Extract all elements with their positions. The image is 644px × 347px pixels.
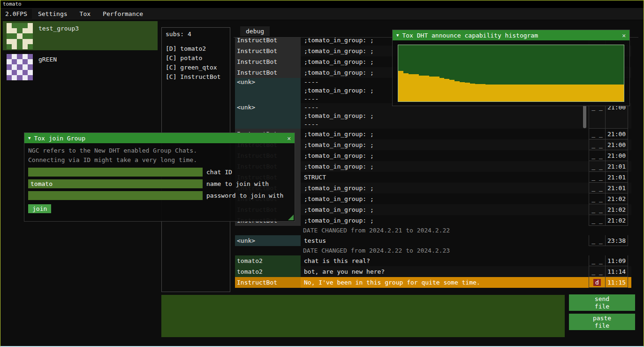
send-file-button[interactable]: send file (569, 294, 635, 311)
join-window-titlebar[interactable]: ▼ Tox join Group ✕ (24, 133, 295, 143)
histogram-bar (608, 85, 614, 101)
message-time: 21:02 (606, 204, 628, 215)
menu-tox[interactable]: Tox (74, 9, 97, 19)
message-flags: _ _ (589, 172, 606, 183)
message-flags: _ _ (589, 183, 606, 193)
field-label: password to join with (206, 192, 283, 199)
ngc-hint-line1: NGC refers to the New DHT enabled Group … (28, 146, 291, 155)
histogram-bar (522, 85, 527, 101)
message-flags: _ _ (589, 266, 606, 277)
group-item[interactable]: test_group3 (3, 21, 158, 50)
chat-row[interactable]: <unk>---- ;tomato_in_group: ; ----_ _21:… (235, 103, 631, 129)
histogram-bar (604, 85, 609, 101)
close-icon[interactable]: ✕ (287, 135, 291, 142)
message-time: 11:14 (606, 266, 628, 277)
histogram-bar (526, 85, 531, 101)
message-flags: d (589, 277, 606, 288)
message-text: ;tomato_in_group: ; (302, 161, 589, 172)
message-text: ---- ;tomato_in_group: ; ---- (302, 103, 589, 129)
chat-row[interactable]: InstructBotNo, I've been in this group f… (235, 277, 631, 288)
sender-name: <unk> (235, 235, 301, 246)
menu-performance[interactable]: Performance (97, 9, 149, 19)
histogram-plot (398, 45, 624, 102)
chat-row[interactable]: tomato2chat is this real?_ _11:09 (235, 255, 631, 266)
menu-bar: 2.0FPS Settings Tox Performance (0, 8, 644, 20)
message-flags: _ _ (589, 150, 606, 161)
message-time: 21:02 (606, 215, 628, 226)
paste-file-button[interactable]: paste file (569, 314, 635, 330)
message-text: No, I've been in this group for quite so… (302, 277, 589, 288)
message-text: ;tomato_in_group: ; (302, 139, 589, 150)
tab-debug[interactable]: debug (240, 26, 270, 36)
join-password-input[interactable] (28, 191, 203, 200)
collapse-arrow-icon[interactable]: ▼ (396, 33, 399, 38)
fps-indicator: 2.0FPS (0, 9, 32, 19)
join-field-row: name to join with (28, 179, 291, 188)
chat-scrollbar[interactable] (583, 105, 586, 128)
message-text: bot, are you new here? (302, 266, 589, 277)
message-time: 11:15 (606, 277, 628, 288)
message-text: testus (302, 235, 589, 246)
histogram-bar (537, 85, 542, 101)
message-time: 21:00 (606, 129, 628, 139)
field-label: name to join with (206, 180, 269, 187)
group-list: test_group3gREEN (3, 21, 158, 83)
histogram-bar (501, 85, 506, 101)
member-item[interactable]: [C] potato (166, 54, 226, 63)
message-input[interactable] (161, 295, 565, 337)
histogram-bar (516, 85, 522, 101)
histogram-bar (619, 85, 624, 101)
histogram-bar (475, 84, 480, 101)
message-time: 21:01 (606, 172, 628, 183)
histogram-bar (439, 78, 445, 101)
histogram-bar (599, 85, 604, 101)
histogram-bar (424, 76, 429, 101)
message-time: 23:38 (606, 235, 628, 246)
group-item[interactable]: gREEN (3, 52, 158, 81)
histogram-bar (470, 84, 475, 101)
histogram-bar (557, 85, 562, 101)
histogram-bar (562, 85, 568, 101)
subs-count: subs: 4 (166, 31, 226, 38)
histogram-bar (480, 84, 485, 101)
histogram-bar (542, 85, 547, 101)
member-item[interactable]: [C] InstructBot (166, 72, 226, 82)
join-button[interactable]: join (28, 204, 51, 213)
sender-name: InstructBot (235, 46, 301, 56)
histogram-bar (531, 85, 537, 101)
window-titlebar[interactable]: tomato (0, 0, 644, 8)
join-name-input[interactable] (28, 179, 203, 188)
member-item[interactable]: [C] green_qtox (166, 63, 226, 72)
message-flags: _ _ (589, 103, 606, 129)
histogram-window-title: Tox DHT announce capability histogram (402, 32, 538, 39)
histogram-bar (409, 74, 414, 101)
sender-name: tomato2 (235, 255, 301, 266)
join-group-window: ▼ Tox join Group ✕ NGC refers to the New… (24, 132, 295, 222)
histogram-bar (414, 74, 419, 101)
group-name: test_group3 (38, 23, 79, 32)
histogram-bar (398, 71, 403, 101)
resize-grip[interactable] (288, 215, 294, 220)
menu-settings[interactable]: Settings (32, 9, 74, 19)
histogram-bar (568, 85, 573, 101)
chat-row[interactable]: tomato2bot, are you new here?_ _11:14 (235, 266, 631, 277)
member-list: [D] tomato2[C] potato[C] green_qtox[C] I… (166, 44, 226, 82)
histogram-bar (455, 81, 460, 101)
histogram-window-titlebar[interactable]: ▼ Tox DHT announce capability histogram … (393, 30, 629, 40)
message-flags: _ _ (589, 204, 606, 215)
message-flags: _ _ (589, 255, 606, 266)
message-text: ;tomato_in_group: ; (302, 150, 589, 161)
member-item[interactable]: [D] tomato2 (166, 44, 226, 54)
histogram-bar (434, 77, 439, 101)
collapse-arrow-icon[interactable]: ▼ (28, 136, 30, 140)
date-changed-row: DATE CHANGED from 2024.2.21 to 2024.2.22 (235, 226, 631, 235)
chat-id-input[interactable] (28, 168, 203, 177)
histogram-bar (593, 85, 599, 101)
chat-row[interactable]: <unk>testus_ _23:38 (235, 235, 631, 246)
message-flags: _ _ (589, 139, 606, 150)
message-text: ;tomato_in_group: ; (302, 183, 589, 193)
close-icon[interactable]: ✕ (622, 32, 626, 39)
histogram-bar (465, 83, 470, 101)
join-fields: chat IDname to join withpassword to join… (28, 168, 291, 200)
group-avatar-icon (7, 23, 33, 49)
